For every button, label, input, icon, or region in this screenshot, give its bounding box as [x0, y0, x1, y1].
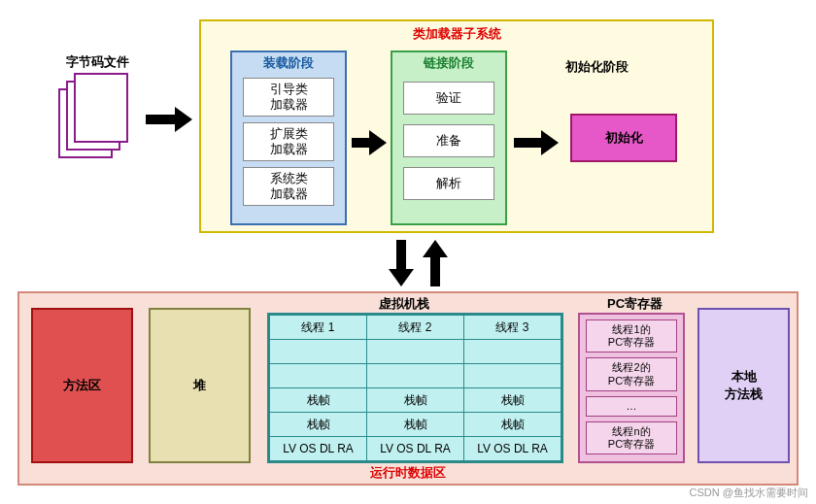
arrow-loading-to-linking: [352, 130, 387, 155]
pc-threadn: 线程n的PC寄存器: [586, 421, 677, 454]
extension-loader: 扩展类加载器: [243, 122, 334, 161]
watermark: CSDN @鱼找水需要时间: [690, 486, 808, 500]
native-method-stack: 本地方法栈: [697, 308, 790, 463]
method-area: 方法区: [31, 308, 133, 463]
loading-phase: 装载阶段 引导类加载器 扩展类加载器 系统类加载器: [230, 50, 347, 225]
resolve-step: 解析: [403, 167, 494, 200]
thread-1: 线程 1: [270, 316, 367, 340]
runtime-data-area: 方法区 堆 虚拟机栈 线程 1线程 2线程 3 栈帧栈帧栈帧 栈帧栈帧栈帧 LV…: [17, 291, 799, 486]
init-box: 初始化: [570, 114, 677, 162]
bytecode-files-label: 字节码文件: [53, 53, 141, 71]
classloader-subsystem: 类加载器子系统 装载阶段 引导类加载器 扩展类加载器 系统类加载器 链接阶段 验…: [199, 19, 714, 233]
arrow-up: [423, 240, 448, 286]
arrow-bytecode-to-loader: [146, 107, 192, 132]
thread-3: 线程 3: [464, 316, 561, 340]
classloader-title: 类加载器子系统: [201, 25, 712, 43]
arrow-linking-to-init: [514, 130, 559, 155]
stack-frame: 栈帧: [270, 388, 367, 413]
pc-registers: 线程1的PC寄存器 线程2的PC寄存器 … 线程n的PC寄存器: [578, 313, 685, 463]
system-loader: 系统类加载器: [243, 167, 334, 206]
vmstack-label: 虚拟机栈: [379, 295, 429, 313]
loading-title: 装载阶段: [232, 54, 345, 72]
heap: 堆: [149, 308, 251, 463]
pc-thread2: 线程2的PC寄存器: [586, 357, 677, 390]
pc-register-label: PC寄存器: [607, 295, 663, 313]
prepare-step: 准备: [403, 124, 494, 157]
verify-step: 验证: [403, 82, 494, 115]
runtime-title: 运行时数据区: [19, 464, 797, 482]
linking-title: 链接阶段: [392, 54, 505, 72]
pc-ellipsis: …: [586, 396, 677, 417]
lvs-row: LV OS DL RA: [270, 437, 367, 461]
arrow-down: [389, 240, 414, 286]
pc-thread1: 线程1的PC寄存器: [586, 319, 677, 353]
bytecode-files-icon: [58, 73, 126, 160]
vm-stack: 线程 1线程 2线程 3 栈帧栈帧栈帧 栈帧栈帧栈帧 LV OS DL RALV…: [267, 313, 563, 463]
thread-2: 线程 2: [367, 316, 464, 340]
linking-phase: 链接阶段 验证 准备 解析: [391, 50, 507, 225]
init-phase-label: 初始化阶段: [565, 58, 629, 76]
bootstrap-loader: 引导类加载器: [243, 78, 334, 117]
